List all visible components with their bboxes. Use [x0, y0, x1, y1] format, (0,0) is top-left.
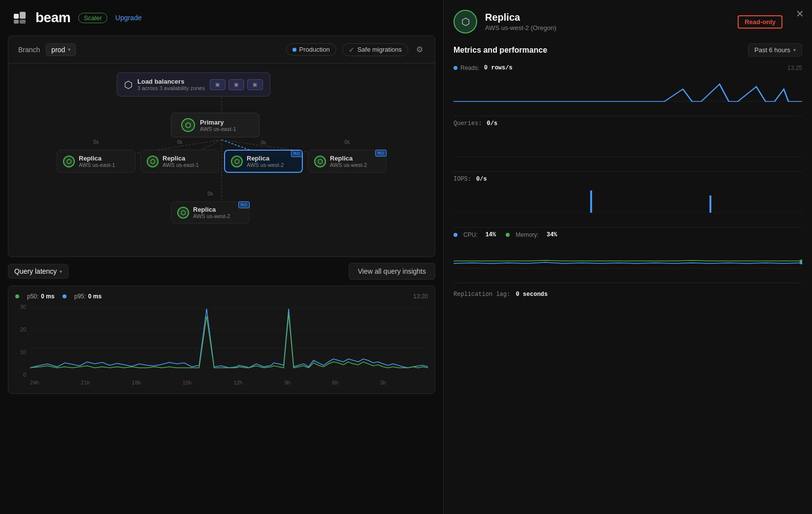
logo-icon — [12, 10, 28, 26]
replica-1-title: Replica — [79, 155, 115, 162]
topology-card: Branch prod ▾ Production ✓ Safe migratio… — [8, 35, 435, 257]
production-dot-icon — [292, 48, 296, 52]
divider-2 — [454, 171, 802, 172]
replica-3-region: AWS us-west-2 — [247, 162, 284, 168]
cpu-dot-icon — [454, 233, 457, 237]
metrics-title: Metrics and performance — [454, 46, 547, 55]
settings-button[interactable]: ⚙ — [414, 43, 425, 56]
chevron-down-icon: ▾ — [68, 47, 70, 52]
p50-dot-icon — [15, 294, 19, 298]
chart-svg-container — [30, 304, 428, 378]
divider-4 — [454, 283, 802, 283]
left-panel: beam Scaler Upgrade Branch prod ▾ Produc… — [0, 0, 443, 514]
replica-node-2[interactable]: 0s ⬡ Replica AWS us-east-1 — [140, 150, 219, 173]
safe-migrations-badge[interactable]: ✓ Safe migrations — [342, 43, 408, 56]
replica-bottom-icon: ⬡ — [177, 207, 189, 219]
replica-3-title: Replica — [247, 155, 284, 162]
chart-stats: p50: 0 ms p95: 0 ms 13:20 — [15, 293, 428, 300]
replica-node-1[interactable]: 0s ⬡ Replica AWS us-east-1 — [57, 150, 135, 173]
svg-rect-1 — [14, 20, 19, 24]
lb-badge-1: ▣ — [210, 79, 226, 90]
replica-4-region: AWS us-west-2 — [330, 162, 367, 168]
y-axis: 30 20 10 0 — [15, 304, 26, 378]
lag-label-4: 0s — [345, 139, 350, 145]
p95-stat: p95: 0 ms — [74, 293, 102, 300]
branch-select[interactable]: prod ▾ — [46, 43, 76, 56]
reads-timestamp: 13:25 — [787, 64, 802, 71]
checkmark-icon: ✓ — [349, 46, 355, 54]
cpu-memory-metric: CPU: 14% Memory: 34% — [454, 231, 802, 271]
iops-value: 0/s — [476, 176, 487, 183]
query-chart-svg — [30, 304, 428, 378]
iops-label: IOPS: — [454, 176, 471, 183]
p50-stat: p50: 0 ms — [27, 293, 55, 300]
lb-badge-3: ▣ — [247, 79, 263, 90]
queries-metric: Queries: 0/s — [454, 120, 802, 160]
primary-icon: ⬡ — [181, 118, 195, 132]
topology-toolbar: Branch prod ▾ Production ✓ Safe migratio… — [8, 36, 435, 64]
cpu-value: 14% — [486, 231, 496, 238]
read-only-badge: Read-only — [738, 15, 782, 29]
replica-2-title: Replica — [162, 155, 199, 162]
load-balancer-icon: ⬡ — [124, 79, 132, 91]
replica-bottom-region: AWS us-west-2 — [193, 213, 230, 219]
replication-lag-label: Replication lag: — [454, 291, 510, 298]
lag-label-bottom: 0s — [208, 191, 213, 196]
queries-label: Queries: — [454, 120, 482, 127]
replica-node-4[interactable]: 0s RO ⬡ Replica AWS us-west-2 — [308, 150, 387, 173]
production-label: Production — [299, 46, 330, 53]
iops-metric: IOPS: 0/s — [454, 176, 802, 215]
svg-point-21 — [799, 259, 802, 262]
svg-rect-2 — [20, 12, 26, 19]
primary-title: Primary — [200, 119, 236, 126]
lag-label-2: 0s — [177, 139, 183, 145]
lag-label-1: 0s — [94, 139, 99, 145]
reads-dot-icon — [454, 66, 457, 70]
primary-node[interactable]: ⬡ Primary AWS us-east-1 — [171, 113, 260, 137]
right-panel: ✕ ⬡ Replica AWS us-west-2 (Oregon) Read-… — [443, 0, 812, 514]
lag-label-3: 0s — [261, 140, 266, 145]
ro-badge-bottom: RO — [238, 201, 250, 208]
branch-label: Branch — [18, 46, 40, 54]
replica-4-title: Replica — [330, 155, 367, 162]
query-select-label: Query latency — [14, 267, 57, 275]
close-button[interactable]: ✕ — [796, 8, 804, 20]
replica-panel-subtitle: AWS us-west-2 (Oregon) — [485, 24, 556, 32]
replica-1-region: AWS us-east-1 — [79, 162, 115, 168]
query-toolbar: Query latency ▾ View all query insights — [8, 263, 435, 280]
topology-diagram: ⬡ Load balancers 3 across 3 availability… — [8, 64, 435, 256]
query-type-select[interactable]: Query latency ▾ — [8, 264, 68, 279]
replica-panel-header: ⬡ Replica AWS us-west-2 (Oregon) Read-on… — [454, 10, 802, 33]
primary-region: AWS us-east-1 — [200, 126, 236, 132]
query-section: Query latency ▾ View all query insights … — [8, 263, 435, 514]
metrics-header: Metrics and performance Past 6 hours ▾ — [454, 43, 802, 57]
time-range-select[interactable]: Past 6 hours ▾ — [748, 43, 802, 57]
iops-chart — [454, 186, 802, 215]
reads-label: Reads: — [460, 64, 479, 71]
replica-panel-title: Replica — [485, 12, 556, 23]
query-chevron-icon: ▾ — [60, 269, 62, 274]
replica-node-3[interactable]: 0s RO ⬡ Replica AWS us-west-2 — [224, 150, 303, 173]
production-badge[interactable]: Production — [286, 43, 336, 56]
replication-lag-value: 0 seconds — [516, 291, 548, 298]
queries-chart — [454, 130, 802, 160]
replication-lag: Replication lag: 0 seconds — [454, 291, 802, 298]
query-chart-container: p50: 0 ms p95: 0 ms 13:20 30 20 10 0 — [8, 286, 435, 394]
lb-subtitle: 3 across 3 availability zones — [137, 85, 205, 91]
replica-bottom-title: Replica — [193, 206, 230, 213]
view-insights-button[interactable]: View all query insights — [349, 263, 435, 280]
svg-rect-0 — [14, 14, 19, 19]
reads-value: 0 rows/s — [484, 64, 513, 71]
replica-4-icon: ⬡ — [314, 156, 326, 167]
p95-dot-icon — [63, 294, 66, 298]
ro-badge-3: RO — [291, 150, 303, 157]
replica-1-icon: ⬡ — [63, 156, 75, 167]
cpu-label: CPU: — [463, 231, 478, 238]
memory-dot-icon — [506, 233, 510, 237]
lb-badge-2: ▣ — [228, 79, 244, 90]
memory-label: Memory: — [516, 231, 539, 238]
replica-node-bottom[interactable]: 0s RO ⬡ Replica AWS us-west-2 — [171, 201, 250, 224]
upgrade-button[interactable]: Upgrade — [115, 14, 142, 22]
reads-chart — [454, 74, 802, 104]
memory-value: 34% — [547, 231, 557, 238]
